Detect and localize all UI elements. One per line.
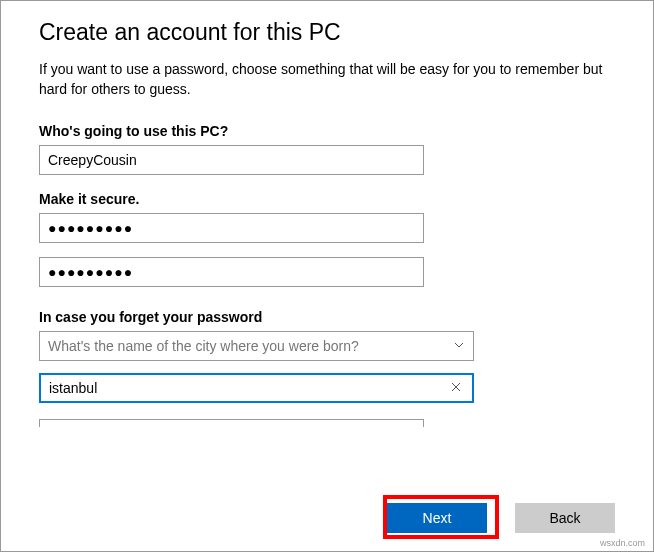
page-title: Create an account for this PC — [39, 19, 615, 46]
account-setup-form: Create an account for this PC If you wan… — [1, 1, 653, 427]
confirm-password-input[interactable] — [39, 257, 424, 287]
password-input[interactable] — [39, 213, 424, 243]
password-section-label: Make it secure. — [39, 191, 615, 207]
username-input[interactable] — [39, 145, 424, 175]
clear-icon[interactable] — [448, 380, 464, 396]
back-button[interactable]: Back — [515, 503, 615, 533]
partial-hidden-field — [39, 419, 424, 427]
button-row: Next Back — [387, 503, 615, 533]
chevron-down-icon — [453, 338, 465, 354]
security-answer-wrapper[interactable] — [39, 373, 474, 403]
watermark-text: wsxdn.com — [600, 538, 645, 548]
page-description: If you want to use a password, choose so… — [39, 60, 614, 99]
security-question-select[interactable]: What's the name of the city where you we… — [39, 331, 474, 361]
username-label: Who's going to use this PC? — [39, 123, 615, 139]
security-answer-input[interactable] — [49, 380, 448, 396]
next-button[interactable]: Next — [387, 503, 487, 533]
security-question-text: What's the name of the city where you we… — [48, 338, 453, 354]
security-section-label: In case you forget your password — [39, 309, 615, 325]
